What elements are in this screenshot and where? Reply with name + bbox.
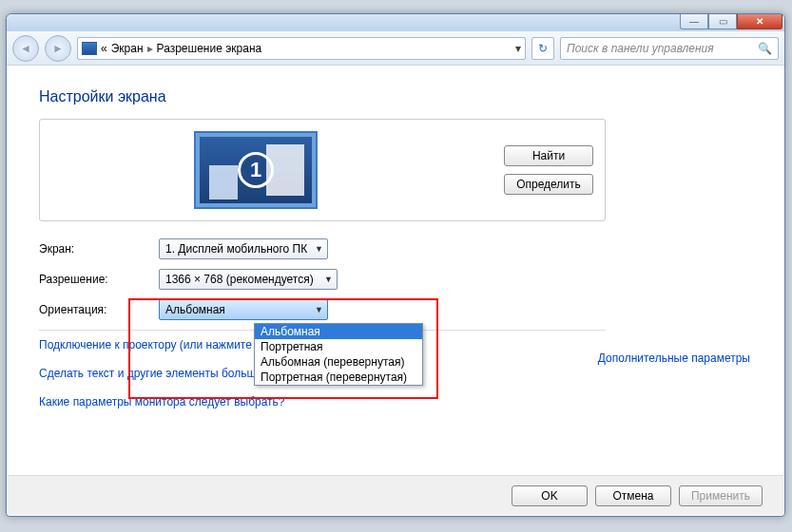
chevron-right-icon: ▸: [147, 42, 153, 55]
monitor-panel-buttons: Найти Определить: [504, 145, 593, 195]
breadcrumb-item[interactable]: Разрешение экрана: [157, 42, 262, 55]
cancel-button[interactable]: Отмена: [595, 485, 671, 506]
monitor-preview[interactable]: 1: [194, 131, 318, 209]
resolution-combo[interactable]: 1366 × 768 (рекомендуется) ▼: [159, 269, 338, 290]
window: — ▭ ✕ ◄ ► « Экран ▸ Разрешение экрана ▾ …: [6, 13, 785, 517]
monitor-panel: 1 Найти Определить: [39, 119, 606, 221]
apply-button[interactable]: Применить: [679, 485, 763, 506]
resolution-value: 1366 × 768 (рекомендуется): [165, 273, 314, 286]
chevron-down-icon: ▼: [315, 305, 323, 314]
advanced-settings-link[interactable]: Дополнительные параметры: [598, 352, 750, 365]
monitor-help-link[interactable]: Какие параметры монитора следует выбрать…: [39, 395, 752, 408]
screen-value: 1. Дисплей мобильного ПК: [165, 242, 307, 256]
window-thumb-icon: [266, 144, 304, 196]
forward-button[interactable]: ►: [45, 35, 71, 62]
search-icon: 🔍: [758, 42, 772, 55]
orientation-option-portrait-flipped[interactable]: Портретная (перевернутая): [255, 370, 422, 385]
maximize-button[interactable]: ▭: [708, 14, 737, 29]
search-input[interactable]: Поиск в панели управления 🔍: [560, 37, 779, 60]
chevron-down-icon[interactable]: ▾: [515, 42, 521, 55]
orientation-combo[interactable]: Альбомная ▼: [159, 299, 328, 320]
monitor-preview-desktop: 1: [200, 137, 312, 203]
find-button[interactable]: Найти: [504, 145, 593, 166]
page-title: Настройки экрана: [39, 88, 752, 105]
window-thumb-icon: [209, 165, 238, 200]
close-button[interactable]: ✕: [737, 14, 782, 29]
orientation-option-landscape-flipped[interactable]: Альбомная (перевернутая): [255, 354, 422, 370]
resolution-row: Разрешение: 1366 × 768 (рекомендуется) ▼: [39, 269, 752, 290]
breadcrumb-item[interactable]: Экран: [111, 42, 144, 55]
breadcrumb-prefix: «: [101, 42, 107, 55]
ok-button[interactable]: OK: [512, 485, 588, 506]
orientation-row: Ориентация: Альбомная ▼: [39, 299, 752, 320]
minimize-button[interactable]: —: [680, 14, 708, 29]
screen-label: Экран:: [39, 242, 159, 256]
chevron-down-icon: ▼: [324, 275, 333, 284]
orientation-dropdown: Альбомная Портретная Альбомная (переверн…: [254, 323, 423, 386]
toolbar: ◄ ► « Экран ▸ Разрешение экрана ▾ ↻ Поис…: [7, 31, 784, 66]
orientation-option-portrait[interactable]: Портретная: [255, 339, 422, 354]
detect-button[interactable]: Определить: [504, 174, 593, 195]
search-placeholder: Поиск в панели управления: [567, 42, 714, 55]
screen-combo[interactable]: 1. Дисплей мобильного ПК ▼: [159, 238, 328, 259]
orientation-value: Альбомная: [165, 303, 225, 316]
breadcrumb[interactable]: « Экран ▸ Разрешение экрана ▾: [77, 37, 526, 60]
titlebar: — ▭ ✕: [7, 14, 784, 31]
orientation-label: Ориентация:: [39, 303, 159, 316]
resolution-label: Разрешение:: [39, 273, 159, 286]
orientation-option-landscape[interactable]: Альбомная: [255, 324, 422, 339]
button-bar: OK Отмена Применить: [8, 475, 783, 515]
refresh-button[interactable]: ↻: [531, 37, 554, 60]
screen-row: Экран: 1. Дисплей мобильного ПК ▼: [39, 238, 752, 259]
chevron-down-icon: ▼: [315, 244, 323, 254]
control-panel-icon: [82, 42, 97, 55]
back-button[interactable]: ◄: [12, 35, 39, 62]
